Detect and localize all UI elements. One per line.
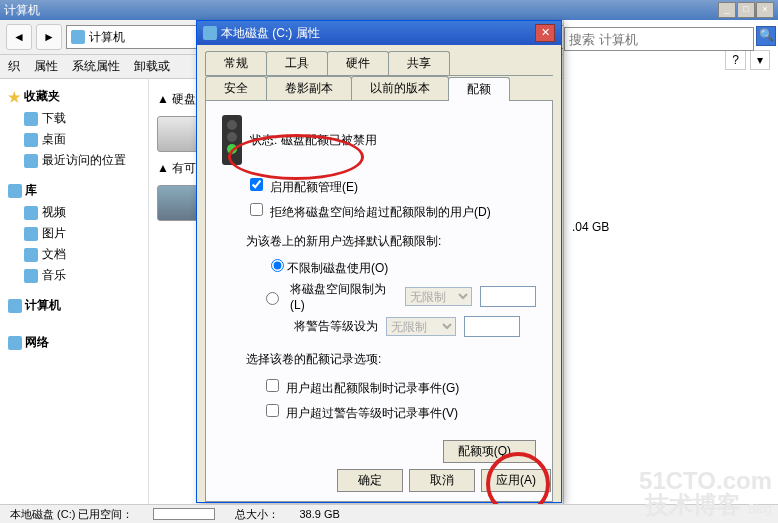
tab-previous[interactable]: 以前的版本 — [351, 76, 449, 100]
deny-exceed-label: 拒绝将磁盘空间给超过配额限制的用户(D) — [270, 205, 491, 219]
status-label: 状态: — [250, 132, 277, 149]
tab-strip: 常规 工具 硬件 共享 安全 卷影副本 以前的版本 配额 状态: 磁盘配额已被禁… — [197, 45, 561, 502]
radio-limit[interactable] — [266, 292, 279, 305]
status-text: 磁盘配额已被禁用 — [281, 132, 377, 149]
sidebar-item-videos[interactable]: 视频 — [6, 202, 142, 223]
log-warn-checkbox[interactable] — [266, 404, 279, 417]
parent-titlebar: 计算机 _ □ × — [0, 0, 778, 20]
menu-item[interactable]: 属性 — [34, 58, 58, 75]
log-exceed-checkbox[interactable] — [266, 379, 279, 392]
download-icon — [24, 112, 38, 126]
sidebar-item-desktop[interactable]: 桌面 — [6, 129, 142, 150]
computer-icon — [71, 30, 85, 44]
sidebar: ★ 收藏夹 下载 桌面 最近访问的位置 库 视频 图片 文档 音乐 计算机 网络 — [0, 79, 149, 519]
tab-general[interactable]: 常规 — [205, 51, 267, 75]
tab-hardware[interactable]: 硬件 — [327, 51, 389, 75]
properties-dialog: 本地磁盘 (C:) 属性 ✕ 常规 工具 硬件 共享 安全 卷影副本 以前的版本… — [196, 20, 562, 503]
tab-sharing[interactable]: 共享 — [388, 51, 450, 75]
view-dropdown-icon[interactable]: ▾ — [750, 50, 770, 70]
sidebar-computer-header[interactable]: 计算机 — [6, 294, 142, 317]
warn-value-input[interactable] — [464, 316, 520, 337]
window-title: 计算机 — [4, 2, 40, 19]
dialog-title: 本地磁盘 (C:) 属性 — [221, 25, 320, 42]
arrow-right-icon: ► — [43, 30, 55, 44]
tab-tools[interactable]: 工具 — [266, 51, 328, 75]
document-icon — [24, 248, 38, 262]
cancel-button[interactable]: 取消 — [409, 469, 475, 492]
radio-no-limit-label: 不限制磁盘使用(O) — [287, 261, 388, 275]
sidebar-libraries-header[interactable]: 库 — [6, 179, 142, 202]
parent-close-button[interactable]: × — [756, 2, 774, 18]
tab-content-quota: 状态: 磁盘配额已被禁用 启用配额管理(E) 拒绝将磁盘空间给超过配额限制的用户… — [205, 101, 553, 502]
right-pane: ▾ ? .04 GB — [563, 20, 778, 520]
computer-icon — [8, 299, 22, 313]
search-icon: 🔍 — [759, 28, 774, 42]
limit-unit-combo[interactable]: 无限制 — [405, 287, 472, 306]
back-button[interactable]: ◄ — [6, 24, 32, 50]
sidebar-item-downloads[interactable]: 下载 — [6, 108, 142, 129]
recent-icon — [24, 154, 38, 168]
address-text: 计算机 — [89, 29, 125, 46]
search-input[interactable] — [564, 27, 754, 51]
dialog-titlebar[interactable]: 本地磁盘 (C:) 属性 ✕ — [197, 21, 561, 45]
deny-exceed-checkbox[interactable] — [250, 203, 263, 216]
default-limit-label: 为该卷上的新用户选择默认配额限制: — [222, 225, 536, 254]
usage-bar — [153, 508, 215, 520]
warn-level-label: 将警告等级设为 — [294, 318, 378, 335]
sidebar-item-music[interactable]: 音乐 — [6, 265, 142, 286]
capacity-value: .04 GB — [572, 220, 609, 234]
tab-quota[interactable]: 配额 — [448, 77, 510, 101]
menu-item[interactable]: 卸载或 — [134, 58, 170, 75]
star-icon: ★ — [8, 89, 21, 105]
forward-button[interactable]: ► — [36, 24, 62, 50]
warn-unit-combo[interactable]: 无限制 — [386, 317, 456, 336]
sidebar-item-recent[interactable]: 最近访问的位置 — [6, 150, 142, 171]
log-options-label: 选择该卷的配额记录选项: — [222, 339, 536, 372]
status-size-value: 38.9 GB — [299, 508, 339, 520]
video-icon — [24, 206, 38, 220]
enable-quota-checkbox[interactable] — [250, 178, 263, 191]
desktop-icon — [24, 133, 38, 147]
log-warn-label: 用户超过警告等级时记录事件(V) — [286, 406, 458, 420]
sidebar-item-documents[interactable]: 文档 — [6, 244, 142, 265]
status-size-label: 总大小： — [235, 507, 279, 522]
help-icon[interactable]: ? — [725, 50, 746, 70]
menu-item[interactable]: 织 — [8, 58, 20, 75]
traffic-light-icon — [222, 115, 242, 165]
radio-no-limit[interactable] — [271, 259, 284, 272]
ok-button[interactable]: 确定 — [337, 469, 403, 492]
minimize-button[interactable]: _ — [718, 2, 736, 18]
status-drive-label: 本地磁盘 (C:) 已用空间： — [10, 507, 133, 522]
menu-item[interactable]: 系统属性 — [72, 58, 120, 75]
enable-quota-label: 启用配额管理(E) — [270, 180, 358, 194]
search-button[interactable]: 🔍 — [756, 26, 776, 46]
limit-value-input[interactable] — [480, 286, 536, 307]
quota-entries-button[interactable]: 配额项(Q)... — [443, 440, 536, 463]
tab-shadow[interactable]: 卷影副本 — [266, 76, 352, 100]
arrow-left-icon: ◄ — [13, 30, 25, 44]
network-icon — [8, 336, 22, 350]
maximize-button[interactable]: □ — [737, 2, 755, 18]
drive-icon — [203, 26, 217, 40]
watermark: 51CTO.com 技术博客 Blog — [639, 469, 772, 517]
library-icon — [8, 184, 22, 198]
music-icon — [24, 269, 38, 283]
apply-button[interactable]: 应用(A) — [481, 469, 551, 492]
sidebar-favorites-header[interactable]: ★ 收藏夹 — [6, 85, 142, 108]
log-exceed-label: 用户超出配额限制时记录事件(G) — [286, 381, 459, 395]
close-button[interactable]: ✕ — [535, 24, 555, 42]
sidebar-item-pictures[interactable]: 图片 — [6, 223, 142, 244]
radio-limit-label: 将磁盘空间限制为(L) — [290, 281, 397, 312]
picture-icon — [24, 227, 38, 241]
tab-security[interactable]: 安全 — [205, 76, 267, 100]
drive-detail: .04 GB — [564, 80, 778, 234]
sidebar-network-header[interactable]: 网络 — [6, 331, 142, 354]
